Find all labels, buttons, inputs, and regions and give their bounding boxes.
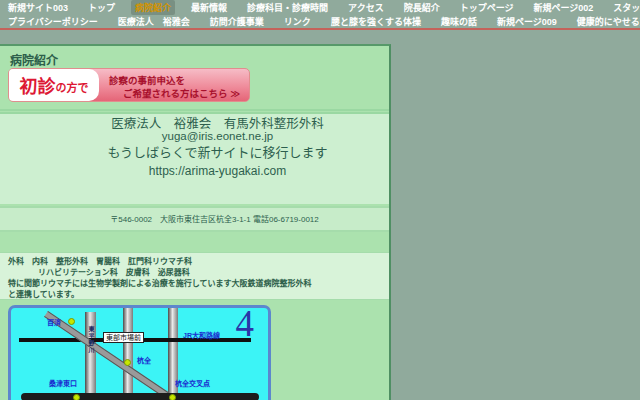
nav-item-new-page-002[interactable]: 新規ページ002: [530, 0, 598, 15]
nav-row-1: 新規サイト003 トップ 病院紹介 最新情報 診療科目・診療時間 アクセス 院長…: [0, 0, 640, 14]
nav-item-staff-intro[interactable]: スタッフ紹介: [609, 0, 640, 15]
map-bottom-road: [21, 393, 259, 400]
first-visit-banner-link[interactable]: 初診 の方で 診察の事前申込を ご希望される方はこちら ≫: [8, 68, 250, 102]
nav-item-top[interactable]: トップ: [84, 0, 119, 15]
hospital-address: 〒546-0002 大阪市東住吉区杭全3-1-1 電話06-6719-0012: [0, 213, 389, 224]
map-label-kudara: 百済: [47, 317, 61, 327]
banner-line-2: ご希望される方はこちら ≫: [123, 86, 240, 100]
nav-item-top-page[interactable]: トップページ: [456, 0, 518, 15]
nav-item-latest-news[interactable]: 最新情報: [187, 0, 231, 15]
hospital-info-block: 医療法人 裕雅会 有馬外科整形外科 yuga@iris.eonet.ne.jp …: [0, 117, 389, 179]
nav-item-access[interactable]: アクセス: [344, 0, 388, 15]
nav-item-director-intro[interactable]: 院長紹介: [400, 0, 444, 15]
nav-item-new-page-009[interactable]: 新規ページ009: [493, 14, 561, 29]
map-label-river: 東平野川: [87, 326, 96, 354]
departments-note: 特に関節リウマチには生物学製剤による治療を施行しています大阪鉄道病院整形外科と連…: [8, 278, 314, 300]
banner-main-text: 初診: [20, 72, 56, 98]
hospital-name: 医療法人 裕雅会 有馬外科整形外科: [46, 117, 389, 131]
departments-line-2: リハビリテーション科 皮膚科 泌尿器科: [38, 266, 190, 277]
first-visit-banner-label: 初診 の方で: [9, 69, 99, 101]
nav-item-medical-corporation[interactable]: 医療法人 裕雅会: [114, 14, 194, 29]
nav-item-hobby-talk[interactable]: 趣味の話: [437, 14, 481, 29]
nav-item-healthy-weight-loss[interactable]: 健康的にやせる方法: [573, 14, 640, 29]
map-marker-dot-kumata-crossing: [169, 394, 176, 400]
banner-line-1: 診察の事前申込を: [109, 73, 185, 87]
map-label-kuwazu-east: 桑津東口: [49, 378, 77, 388]
nav-item-privacy-policy[interactable]: プライバシーポリシー: [4, 14, 102, 29]
map-marker-dot-kumata: [124, 359, 131, 366]
map-number: 4: [236, 305, 255, 345]
nav-item-links[interactable]: リンク: [280, 14, 315, 29]
nav-item-new-site-003[interactable]: 新規サイト003: [4, 0, 72, 15]
map-marker-dot-kuwazu-east: [73, 394, 80, 400]
hospital-email: yuga@iris.eonet.ne.jp: [46, 130, 389, 142]
access-map: 百済 JR大和路線 東部市場前 東平野川 杭全 桑津東口 杭全交叉点 4: [8, 305, 271, 400]
departments-line-1: 外科 内科 整形外科 胃腸科 肛門科リウマチ科: [8, 255, 192, 266]
banner-sub-text: の方で: [56, 75, 89, 95]
site-migration-notice: もうしばらくで新サイトに移行します: [46, 145, 389, 161]
nav-item-departments-hours[interactable]: 診療科目・診療時間: [243, 0, 332, 15]
map-label-kumata-crossing: 杭全交叉点: [175, 378, 210, 388]
map-label-rail-line: JR大和路線: [183, 330, 220, 340]
map-label-kumata: 杭全: [137, 355, 151, 365]
nav-item-hospital-intro[interactable]: 病院紹介: [131, 0, 175, 15]
nav-row-2: プライバシーポリシー 医療法人 裕雅会 訪問介護事業 リンク 腰と膝を強くする体…: [0, 14, 640, 28]
map-marker-dot-kudara: [68, 318, 75, 325]
map-vertical-road-center: [123, 308, 133, 400]
nav-item-home-care[interactable]: 訪問介護事業: [206, 14, 268, 29]
nav-item-exercise[interactable]: 腰と膝を強くする体操: [327, 14, 425, 29]
map-station-box: 東部市場前: [103, 332, 144, 343]
divider-line: [0, 109, 389, 111]
top-navigation: 新規サイト003 トップ 病院紹介 最新情報 診療科目・診療時間 アクセス 院長…: [0, 0, 640, 30]
page-title: 病院紹介: [10, 51, 58, 68]
first-visit-banner-body: 診察の事前申込を ご希望される方はこちら ≫: [99, 69, 249, 101]
main-content-column: 病院紹介 初診 の方で 診察の事前申込を ご希望される方はこちら ≫ 医療法人 …: [0, 44, 391, 400]
new-site-url: https://arima-yugakai.com: [46, 163, 389, 179]
